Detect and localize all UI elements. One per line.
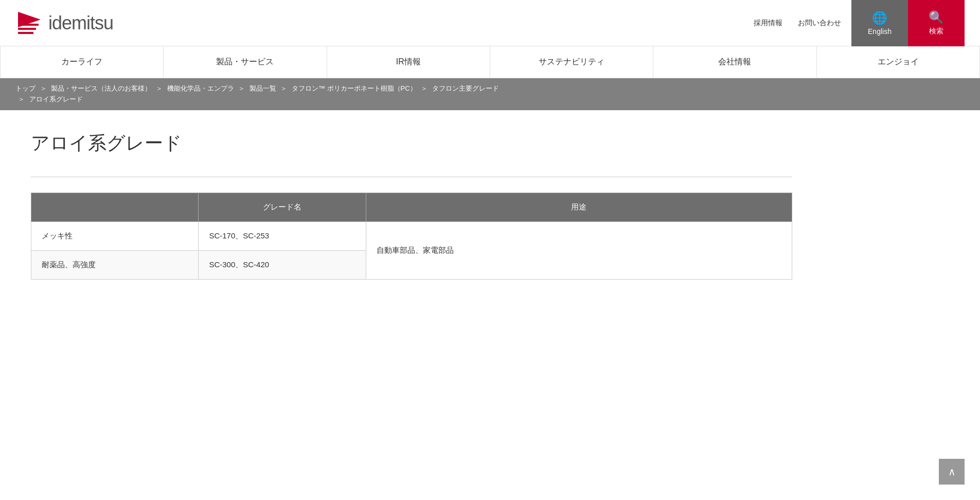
page-title: アロイ系グレード [31,131,792,156]
table-header-row: グレード名 用途 [31,193,792,221]
table-cell-category-1: メッキ性 [31,221,199,250]
header-links: 採用情報 お問い合わせ [754,19,841,28]
globe-icon: 🌐 [872,11,887,25]
main-nav: カーライフ 製品・サービス IR情報 サステナビリティ 会社情報 エンジョイ [0,46,980,78]
header: idemitsu 採用情報 お問い合わせ 🌐 English 🔍 検索 [0,0,980,46]
nav-item-sustainability[interactable]: サステナビリティ [490,46,653,78]
nav-item-enjoy[interactable]: エンジョイ [817,46,980,78]
breadcrumb-alloy[interactable]: アロイ系グレード [29,95,83,103]
breadcrumb-products[interactable]: 製品・サービス（法人のお客様） [51,84,151,92]
search-button[interactable]: 🔍 検索 [908,0,965,46]
recruit-link[interactable]: 採用情報 [754,19,782,28]
breadcrumb-functional[interactable]: 機能化学品・エンプラ [167,84,234,92]
breadcrumb-product-list[interactable]: 製品一覧 [250,84,276,92]
breadcrumb-main-grade[interactable]: タフロン主要グレード [432,84,499,92]
main-content: アロイ系グレード グレード名 用途 メッキ性 SC-170、SC-253 自動車… [0,110,823,300]
nav-item-ir[interactable]: IR情報 [327,46,490,78]
lang-label: English [868,27,892,36]
breadcrumb-top[interactable]: トップ [15,84,35,92]
table-cell-grade-1: SC-170、SC-253 [199,221,366,250]
grade-table: グレード名 用途 メッキ性 SC-170、SC-253 自動車部品、家電部品 耐… [31,193,792,280]
breadcrumb: トップ ＞ 製品・サービス（法人のお客様） ＞ 機能化学品・エンプラ ＞ 製品一… [0,78,980,110]
table-cell-usage: 自動車部品、家電部品 [366,221,792,279]
logo: idemitsu [15,9,113,37]
table-cell-category-2: 耐薬品、高強度 [31,250,199,279]
table-cell-grade-2: SC-300、SC-420 [199,250,366,279]
header-right: 採用情報 お問い合わせ 🌐 English 🔍 検索 [754,0,965,46]
contact-link[interactable]: お問い合わせ [798,19,841,28]
divider [31,177,792,177]
logo-icon [15,9,43,37]
table-header-col1 [31,193,199,221]
table-header-col3: 用途 [366,193,792,221]
nav-item-company[interactable]: 会社情報 [653,46,816,78]
breadcrumb-toughron[interactable]: タフロン™ ポリカーボネート樹脂（PC） [292,84,417,92]
logo-text: idemitsu [48,12,113,34]
nav-item-carlife[interactable]: カーライフ [0,46,164,78]
table-row: メッキ性 SC-170、SC-253 自動車部品、家電部品 [31,221,792,250]
lang-button[interactable]: 🌐 English [851,0,908,46]
nav-item-products[interactable]: 製品・サービス [164,46,327,78]
search-icon: 🔍 [929,10,944,25]
table-header-col2: グレード名 [199,193,366,221]
search-label: 検索 [929,27,943,36]
